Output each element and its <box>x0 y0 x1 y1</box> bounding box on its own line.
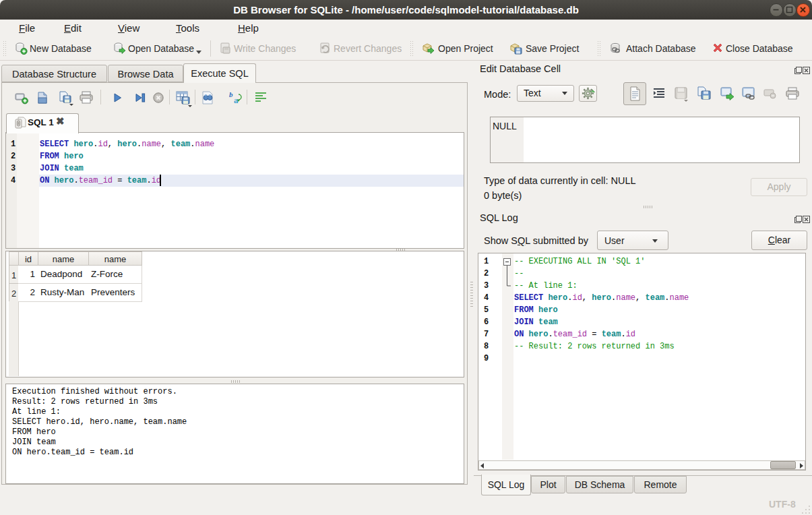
svg-text:b: b <box>229 90 233 98</box>
